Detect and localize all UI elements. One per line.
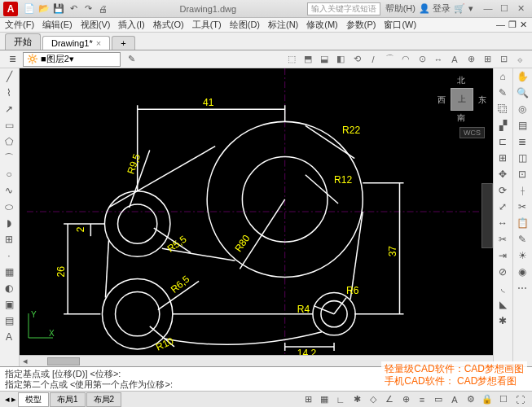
lock-icon[interactable]: 🔒 xyxy=(480,393,495,406)
new-icon[interactable]: 📄 xyxy=(23,2,36,15)
close-button[interactable]: ✕ xyxy=(512,3,529,14)
view-cube[interactable]: 北 南 西 东 上 xyxy=(437,75,486,124)
layer-props-icon[interactable]: ≣ xyxy=(5,52,20,67)
rotate-icon[interactable]: ⟳ xyxy=(494,182,512,199)
tab-layout2[interactable]: 布局2 xyxy=(86,392,122,407)
dyn-toggle-icon[interactable]: ⊕ xyxy=(398,393,413,406)
menu-edit[interactable]: 编辑(E) xyxy=(42,19,73,31)
tab-model[interactable]: 模型 xyxy=(18,392,49,407)
tool-icon[interactable]: ⊞ xyxy=(480,52,495,67)
arc-tool-icon[interactable]: ⌒ xyxy=(0,150,18,166)
move-icon[interactable]: ✥ xyxy=(494,166,512,182)
point-tool-icon[interactable]: · xyxy=(0,247,18,264)
tab-close-icon[interactable]: × xyxy=(96,38,101,48)
ellipse-tool-icon[interactable]: ⬭ xyxy=(0,199,18,215)
model-toggle-icon[interactable]: ▭ xyxy=(431,393,446,406)
help-menu[interactable]: 帮助(H) xyxy=(385,2,415,15)
stretch-icon[interactable]: ↔ xyxy=(494,215,512,231)
wcs-badge[interactable]: WCS xyxy=(459,127,485,138)
cart-icon[interactable]: 🛒 xyxy=(454,3,465,14)
menu-draw[interactable]: 绘图(D) xyxy=(230,19,260,31)
menu-tools[interactable]: 工具(T) xyxy=(192,19,222,31)
hatch-tool-icon[interactable]: ▦ xyxy=(0,264,18,280)
pan-icon[interactable]: ✋ xyxy=(513,68,531,85)
minimize-button[interactable]: — xyxy=(480,3,496,14)
clean-icon[interactable]: ☐ xyxy=(496,393,511,406)
tool-icon[interactable]: ⟐ xyxy=(512,52,527,67)
osnap-toggle-icon[interactable]: ◇ xyxy=(366,393,380,406)
login-link[interactable]: 👤 登录 xyxy=(419,2,451,15)
measure-icon[interactable]: ⟊ xyxy=(513,182,531,199)
erase-icon[interactable]: ✎ xyxy=(494,85,512,101)
side-panel-handle[interactable] xyxy=(481,183,493,248)
search-input[interactable]: 输入关键字或短语 xyxy=(307,2,380,15)
tab-start[interactable]: 开始 xyxy=(5,33,41,50)
spline-tool-icon[interactable]: ∿ xyxy=(0,182,18,199)
print-icon[interactable]: 🖨 xyxy=(96,2,109,15)
tool-icon[interactable]: A xyxy=(447,52,462,67)
menu-param[interactable]: 参数(P) xyxy=(346,19,376,31)
menu-file[interactable]: 文件(F) xyxy=(5,19,34,31)
explode-icon[interactable]: ✱ xyxy=(494,313,512,329)
polar-toggle-icon[interactable]: ✱ xyxy=(350,393,364,406)
tool-icon[interactable]: ⬚ xyxy=(284,52,299,67)
doc-close-icon[interactable]: ✕ xyxy=(520,20,527,30)
doc-restore-icon[interactable]: ❐ xyxy=(508,20,517,30)
tool-icon[interactable]: ◠ xyxy=(398,52,413,67)
tool-icon[interactable]: / xyxy=(366,52,380,67)
menu-dim[interactable]: 标注(N) xyxy=(268,19,298,31)
layout-prev-icon[interactable]: ◂ xyxy=(5,394,10,405)
otrack-toggle-icon[interactable]: ∠ xyxy=(382,393,397,406)
polygon-tool-icon[interactable]: ⬠ xyxy=(0,133,18,150)
tab-layout1[interactable]: 布局1 xyxy=(50,392,86,407)
text-tool-icon[interactable]: A xyxy=(0,329,18,345)
menu-modify[interactable]: 修改(M) xyxy=(306,19,338,31)
tool-icon[interactable]: ⊕ xyxy=(464,52,478,67)
block-icon[interactable]: ◫ xyxy=(513,150,531,166)
viewcube-top[interactable]: 上 xyxy=(451,88,473,111)
nav-home-icon[interactable]: ⌂ xyxy=(494,68,512,85)
drawing-canvas[interactable]: 41 R22 R12 R9,5 2 26 R5,5 R6,5 R80 R10 R… xyxy=(20,68,493,355)
snap-toggle-icon[interactable]: ⊞ xyxy=(301,393,315,406)
light-icon[interactable]: ☀ xyxy=(513,247,531,264)
paste-icon[interactable]: 📋 xyxy=(513,215,531,231)
copy-icon[interactable]: ⿻ xyxy=(494,101,512,117)
tool-icon[interactable]: ⬒ xyxy=(301,52,315,67)
line-tool-icon[interactable]: ╱ xyxy=(0,68,18,85)
table-tool-icon[interactable]: ▤ xyxy=(0,313,18,329)
menu-format[interactable]: 格式(O) xyxy=(153,19,184,31)
trim-icon[interactable]: ✂ xyxy=(494,231,512,247)
ortho-toggle-icon[interactable]: ∟ xyxy=(333,393,348,406)
undo-icon[interactable]: ↶ xyxy=(67,2,80,15)
tool-icon[interactable]: ⟲ xyxy=(350,52,364,67)
array-icon[interactable]: ⊞ xyxy=(494,150,512,166)
tool-icon[interactable]: ◧ xyxy=(333,52,348,67)
doc-minimize-icon[interactable]: — xyxy=(496,20,505,30)
props-icon[interactable]: ▤ xyxy=(513,117,531,133)
layer-combo[interactable]: 🔆 ■ 图层2 ▾ xyxy=(23,52,121,67)
tool-icon[interactable]: ⬓ xyxy=(317,52,332,67)
break-icon[interactable]: ⊘ xyxy=(494,264,512,280)
match-icon[interactable]: ✎ xyxy=(513,231,531,247)
polyline-tool-icon[interactable]: ⌇ xyxy=(0,85,18,101)
rect-tool-icon[interactable]: ▭ xyxy=(0,117,18,133)
gradient-tool-icon[interactable]: ◐ xyxy=(0,280,18,296)
horizontal-scrollbar[interactable]: ◂ xyxy=(20,355,493,366)
menu-window[interactable]: 窗口(W) xyxy=(384,19,416,31)
maximize-button[interactable]: ☐ xyxy=(496,3,512,14)
workspace-icon[interactable]: ⚙ xyxy=(464,393,478,406)
extend-icon[interactable]: ⇥ xyxy=(494,247,512,264)
orbit-icon[interactable]: ◎ xyxy=(513,101,531,117)
tool-icon[interactable]: ⊙ xyxy=(415,52,429,67)
layer-match-icon[interactable]: ✎ xyxy=(124,52,138,67)
grid-toggle-icon[interactable]: ▦ xyxy=(317,393,332,406)
group-icon[interactable]: ⊡ xyxy=(513,166,531,182)
redo-icon[interactable]: ↷ xyxy=(81,2,95,15)
ray-tool-icon[interactable]: ↗ xyxy=(0,101,18,117)
menu-view[interactable]: 视图(V) xyxy=(81,19,111,31)
tab-drawing1[interactable]: Drawing1*× xyxy=(42,36,110,50)
command-line[interactable]: 指定基点或 [位移(D)] <位移>: 指定第二个点或 <使用第一个点作为位移>… xyxy=(0,366,532,391)
layers-icon[interactable]: ≣ xyxy=(513,133,531,150)
scale-icon[interactable]: ⤢ xyxy=(494,199,512,215)
lwt-toggle-icon[interactable]: ≡ xyxy=(415,393,429,406)
